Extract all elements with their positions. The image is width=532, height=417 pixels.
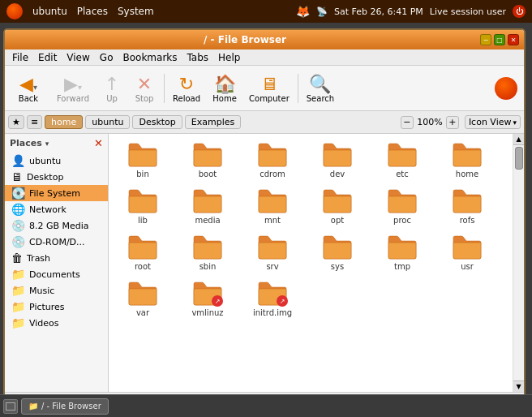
sidebar-item-label: ubuntu [29,156,61,166]
crumb-examples[interactable]: Examples [185,115,241,129]
close-button[interactable]: ✕ [508,34,519,45]
sidebar-item-8gb-media[interactable]: 💿8.2 GB Media [5,217,108,234]
sidebar-item-ubuntu[interactable]: 👤ubuntu [5,153,108,169]
crumb-desktop[interactable]: Desktop [132,115,182,129]
file-item-initrd[interactable]: ↗ initrd.img [242,277,303,320]
file-item-srv[interactable]: srv [242,231,303,274]
file-item-dev[interactable]: dev [307,139,368,182]
file-item-sys[interactable]: sys [307,231,368,274]
minimize-button[interactable]: − [480,34,491,45]
file-item-label: rofs [460,216,475,225]
sidebar-item-documents[interactable]: 📁Documents [5,266,108,282]
folder-icon [387,142,418,168]
menu-bookmarks[interactable]: Bookmarks [118,51,181,64]
file-item-label: etc [396,170,409,178]
sidebar-item-icon: 💿 [11,219,25,232]
taskbar-show-desktop[interactable] [3,399,18,414]
scroll-up-btn[interactable]: ▲ [513,134,525,145]
home-button[interactable]: 🏠 Home [207,71,242,105]
taskbar: 📁 / - File Browser [0,394,532,417]
file-item-usr[interactable]: usr [436,231,498,274]
file-item-vmlinuz[interactable]: ↗ vmlinuz [177,277,238,320]
sidebar-item-icon: 🌐 [11,203,25,216]
zoom-in-btn[interactable]: + [446,116,459,129]
stop-button[interactable]: ✕ Stop [128,71,161,105]
file-item-cdrom[interactable]: cdrom [242,139,303,182]
file-item-opt[interactable]: opt [307,185,368,228]
back-dropdown-icon[interactable]: ▾ [33,83,37,92]
sidebar-section-header[interactable]: Places ▾ ✕ [5,134,108,153]
sidebar-item-pictures[interactable]: 📁Pictures [5,299,108,315]
menu-file[interactable]: File [8,51,32,64]
back-button[interactable]: ◀ ▾ Back [8,71,49,105]
forward-button[interactable]: ▶ ▾ Forward [50,71,96,105]
sidebar-close-icon[interactable]: ✕ [94,137,103,149]
file-item-rofs[interactable]: rofs [436,185,498,228]
file-item-label: srv [266,262,278,271]
sidebar-item-icon: 👤 [11,154,25,167]
file-item-tmp[interactable]: tmp [371,231,433,274]
file-item-etc[interactable]: etc [371,139,433,182]
folder-icon [127,142,158,168]
sidebar-item-music[interactable]: 📁Music [5,282,108,299]
forward-dropdown-icon: ▾ [78,83,82,92]
scroll-down-btn[interactable]: ▼ [513,380,525,392]
up-label: Up [106,94,118,103]
file-item-sbin[interactable]: sbin [177,231,238,274]
file-item-label: root [135,262,151,271]
reload-button[interactable]: ↻ Reload [168,71,205,105]
up-button[interactable]: ↑ Up [97,71,127,105]
reload-icon: ↻ [179,74,194,94]
menu-places[interactable]: Places [77,6,108,17]
file-item-home[interactable]: home [436,139,498,182]
menu-edit[interactable]: Edit [34,51,61,64]
file-item-label: tmp [394,262,410,271]
crumb-ubuntu[interactable]: ubuntu [85,115,130,129]
file-item-proc[interactable]: proc [371,185,433,228]
view-mode-select[interactable]: Icon View ▾ [465,115,521,129]
file-item-bin[interactable]: bin [112,139,174,182]
file-item-root[interactable]: root [112,231,174,274]
sidebar-item-videos[interactable]: 📁Videos [5,315,108,331]
menu-help[interactable]: Help [214,51,244,64]
computer-button[interactable]: 🖥 Computer [244,71,294,105]
sidebar-item-icon: 📁 [11,300,25,313]
maximize-button[interactable]: □ [494,34,505,45]
search-button[interactable]: 🔍 Search [302,71,339,105]
zoom-controls: − 100% + [401,116,459,129]
sidebar-item-trash[interactable]: 🗑Trash [5,250,108,266]
sidebar-item-icon: 📁 [11,268,25,281]
file-item-var[interactable]: var [112,277,174,320]
list-view-btn[interactable]: ≡ [27,115,42,129]
taskbar-window-btn[interactable]: 📁 / - File Browser [21,398,109,415]
folder-icon [127,188,158,214]
sidebar-item-file-system[interactable]: 💽File System [5,185,108,201]
sidebar-item-network[interactable]: 🌐Network [5,201,108,217]
menu-applications[interactable]: ubuntu [32,6,67,17]
sidebar-item-icon: 📁 [11,316,25,329]
folder-icon [322,188,353,214]
main-content: Places ▾ ✕ 👤ubuntu🖥Desktop💽File System🌐N… [5,134,524,392]
menu-go[interactable]: Go [96,51,118,64]
menu-system[interactable]: System [118,6,154,17]
scrollbar[interactable]: ▲ ▼ [513,134,524,392]
bookmark-toggle-btn[interactable]: ★ [8,115,24,129]
zoom-out-btn[interactable]: − [401,116,414,129]
file-item-label: lib [138,216,148,225]
ubuntu-orb-icon[interactable] [6,3,23,19]
menu-tabs[interactable]: Tabs [183,51,213,64]
folder-icon [257,188,288,214]
file-item-media[interactable]: media [177,185,238,228]
file-item-mnt[interactable]: mnt [242,185,303,228]
file-item-boot[interactable]: boot [177,139,238,182]
scroll-thumb[interactable] [515,147,523,170]
sidebar-item-desktop[interactable]: 🖥Desktop [5,169,108,185]
sidebar-item-cdrom[interactable]: 💿CD-ROM/D... [5,234,108,250]
crumb-home[interactable]: home [45,115,83,129]
file-item-lib[interactable]: lib [112,185,174,228]
menu-view[interactable]: View [62,51,93,64]
power-icon[interactable]: ⏻ [513,5,526,18]
file-item-label: dev [330,170,345,178]
file-item-label: bin [136,170,148,178]
firefox-icon[interactable]: 🦊 [296,5,310,18]
